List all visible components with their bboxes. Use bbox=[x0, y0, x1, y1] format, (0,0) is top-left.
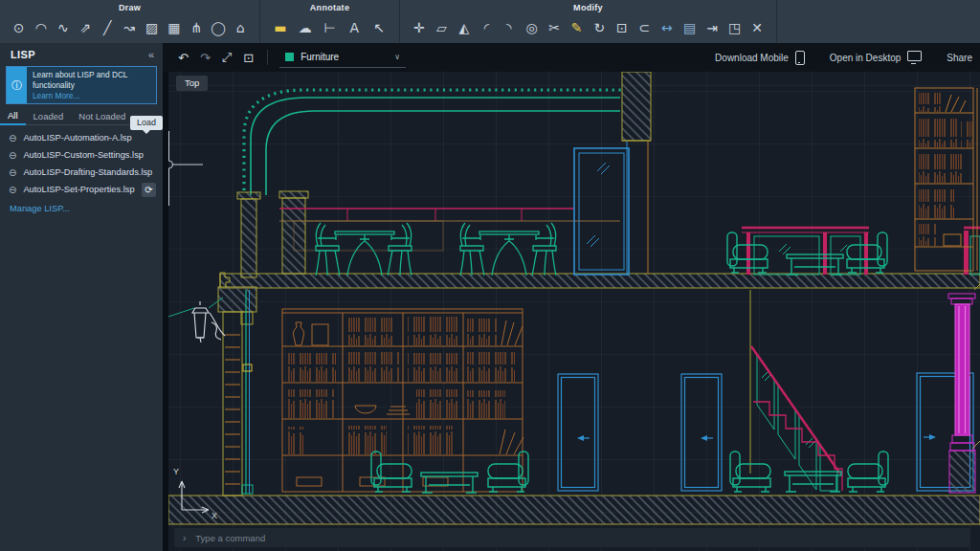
polygon-tool-icon[interactable]: ⌂ bbox=[230, 15, 252, 40]
divide-tool-icon[interactable]: ⋔ bbox=[185, 15, 207, 40]
chamfer-tool-icon[interactable]: ◝ bbox=[499, 15, 521, 40]
rectangle-tool-icon[interactable]: ▦ bbox=[163, 15, 185, 40]
share-button[interactable]: Share bbox=[947, 53, 972, 63]
expand-icon[interactable]: ⊖ bbox=[9, 133, 16, 143]
ground-slab[interactable] bbox=[168, 496, 980, 524]
expand-icon[interactable]: ⊖ bbox=[9, 185, 16, 195]
download-mobile-button[interactable]: Download Mobile bbox=[715, 51, 805, 65]
lounge-set-right[interactable] bbox=[730, 452, 888, 492]
upper-floor-slab[interactable] bbox=[220, 274, 980, 288]
zoom-extents-icon[interactable]: ⤢ bbox=[222, 50, 232, 65]
facade-cornice[interactable] bbox=[237, 192, 260, 277]
redo-icon[interactable]: ↷ bbox=[200, 51, 211, 65]
copy-tool-icon[interactable]: ◎ bbox=[521, 15, 543, 40]
door-2[interactable] bbox=[681, 374, 722, 491]
door-1[interactable] bbox=[558, 374, 598, 491]
upper-lounge-set[interactable] bbox=[727, 232, 887, 275]
open-in-desktop-button[interactable]: Open in Desktop bbox=[830, 51, 923, 64]
balcony-rail[interactable] bbox=[279, 209, 620, 251]
lisp-file-name: AutoLISP-Drafting-Standards.lsp bbox=[23, 167, 156, 177]
ucs-x-label: X bbox=[212, 511, 217, 520]
offset-tool-icon[interactable]: ⊂ bbox=[634, 15, 656, 40]
drawing-viewport[interactable]: Top bbox=[163, 72, 980, 551]
dimension-tool-icon[interactable]: ⊢ bbox=[319, 15, 341, 40]
spline-tool-icon[interactable]: ∿ bbox=[52, 15, 74, 40]
expand-icon[interactable]: ⊖ bbox=[9, 167, 16, 178]
lisp-panel-header: LISP « bbox=[0, 43, 163, 65]
lisp-info-banner: ⓘ Learn about LISP and DCL functionality… bbox=[6, 66, 157, 104]
cafe-set-1[interactable] bbox=[316, 223, 412, 276]
toolbar-group-modify: Modify ✛ ▱ ◭ ◜ ◝ ◎ ✂ ✎ ↻ ⊡ ⊂ ↔ ▤ ⇥ ◳ ✕ bbox=[400, 0, 777, 43]
upper-glass-door[interactable] bbox=[574, 148, 629, 275]
canopy[interactable] bbox=[244, 90, 621, 195]
trim-tool-icon[interactable]: ✂ bbox=[544, 15, 566, 40]
staircase[interactable] bbox=[750, 290, 842, 491]
dimension-linear-tool-icon[interactable]: ▬ bbox=[269, 15, 291, 40]
tab-all[interactable]: All bbox=[0, 110, 26, 125]
erase-tool-icon[interactable]: ▱ bbox=[431, 15, 453, 40]
desktop-icon bbox=[907, 51, 922, 61]
modify-group-label: Modify bbox=[573, 3, 603, 12]
section-marker[interactable] bbox=[168, 131, 203, 206]
quick-action-bar: ↶ ↷ ⤢ ⊡ Furniture ∨ Download Mobile Open… bbox=[163, 43, 980, 72]
lisp-file-row[interactable]: ⊖ AutoLISP-Custom-Settings.lsp bbox=[0, 146, 163, 164]
lisp-file-row[interactable]: ⊖ AutoLISP-Automation-A.lsp bbox=[0, 129, 163, 146]
circle-tool-icon[interactable]: ⊙ bbox=[8, 15, 30, 40]
toolbar-spacer bbox=[777, 0, 980, 43]
layer-dropdown[interactable]: Furniture ∨ bbox=[279, 47, 406, 68]
exterior-wall[interactable] bbox=[218, 287, 256, 496]
lounge-set-left[interactable] bbox=[371, 452, 528, 493]
leader-tool-icon[interactable]: ↖ bbox=[368, 15, 390, 40]
download-mobile-label: Download Mobile bbox=[715, 53, 789, 63]
annotate-group-label: Annotate bbox=[310, 3, 349, 12]
command-input[interactable] bbox=[193, 532, 962, 544]
lisp-file-list: ⊖ AutoLISP-Automation-A.lsp ⊖ AutoLISP-C… bbox=[0, 129, 163, 213]
ellipse-tool-icon[interactable]: ◯ bbox=[208, 15, 230, 40]
revision-cloud-tool-icon[interactable]: ☁ bbox=[294, 15, 316, 40]
lisp-file-row[interactable]: ⊖ AutoLISP-Set-Properties.lsp ⟳ bbox=[0, 181, 163, 198]
street-lamp[interactable] bbox=[168, 298, 225, 342]
tab-loaded[interactable]: Loaded bbox=[26, 111, 72, 124]
hatch-tool-icon[interactable]: ▨ bbox=[141, 15, 163, 40]
mirror-tool-icon[interactable]: ◭ bbox=[453, 15, 475, 40]
expand-icon[interactable]: ⊖ bbox=[9, 150, 16, 161]
cad-drawing[interactable]: Y X bbox=[168, 72, 980, 527]
layer-color-swatch bbox=[285, 53, 294, 61]
downpipe[interactable] bbox=[242, 290, 253, 494]
stretch-tool-icon[interactable]: ↔ bbox=[656, 15, 678, 40]
fillet-tool-icon[interactable]: ◜ bbox=[476, 15, 498, 40]
load-lisp-icon[interactable]: ⟳ bbox=[142, 183, 156, 197]
edit-tool-icon[interactable]: ✎ bbox=[566, 15, 588, 40]
zoom-window-icon[interactable]: ⊡ bbox=[243, 51, 254, 65]
line-segments-tool-icon[interactable]: ⇗ bbox=[75, 15, 97, 40]
draw-icons: ⊙ ◠ ∿ ⇗ ╱ ↝ ▨ ▦ ⋔ ◯ ⌂ bbox=[0, 12, 259, 43]
extrude-tool-icon[interactable]: ◳ bbox=[724, 15, 746, 40]
manage-lisp-link[interactable]: Manage LISP... bbox=[0, 198, 163, 213]
learn-more-link[interactable]: Learn More... bbox=[33, 91, 79, 100]
banner-text: Learn about LISP and DCL functionality L… bbox=[27, 67, 156, 103]
move-tool-icon[interactable]: ✛ bbox=[408, 15, 430, 40]
tab-not-loaded[interactable]: Not Loaded bbox=[71, 111, 133, 124]
insert-block-tool-icon[interactable]: ▤ bbox=[679, 15, 701, 40]
polyline-tool-icon[interactable]: ↝ bbox=[119, 15, 141, 40]
lisp-file-row[interactable]: ⊖ AutoLISP-Drafting-Standards.lsp bbox=[0, 164, 163, 181]
line-tool-icon[interactable]: ╱ bbox=[97, 15, 119, 40]
ucs-y-label: Y bbox=[173, 467, 179, 476]
text-tool-icon[interactable]: A bbox=[344, 15, 366, 40]
upper-right-wall[interactable] bbox=[622, 72, 651, 274]
explode-tool-icon[interactable]: ✕ bbox=[746, 15, 768, 40]
banner-message: Learn about LISP and DCL functionality bbox=[33, 70, 127, 90]
view-cube-label[interactable]: Top bbox=[176, 76, 208, 91]
command-bar[interactable]: › bbox=[174, 528, 970, 547]
rotate-tool-icon[interactable]: ↻ bbox=[589, 15, 611, 40]
collapse-panel-icon[interactable]: « bbox=[148, 49, 154, 60]
undo-icon[interactable]: ↶ bbox=[178, 51, 189, 65]
classical-column[interactable] bbox=[948, 284, 980, 493]
mobile-icon bbox=[795, 51, 805, 65]
align-tool-icon[interactable]: ⇥ bbox=[702, 15, 724, 40]
load-tooltip: Load bbox=[130, 116, 163, 130]
arc-tool-icon[interactable]: ◠ bbox=[30, 15, 52, 40]
cafe-set-2[interactable] bbox=[460, 223, 556, 276]
command-chevron-icon: › bbox=[183, 533, 186, 543]
scale-tool-icon[interactable]: ⊡ bbox=[611, 15, 633, 40]
